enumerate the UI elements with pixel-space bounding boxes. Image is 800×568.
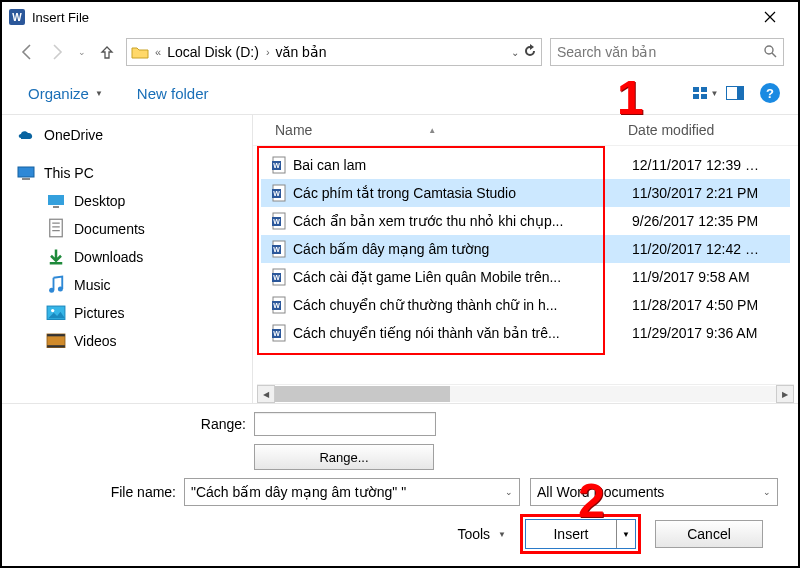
new-folder-button[interactable]: New folder (129, 81, 217, 106)
sidebar-item-label: Downloads (74, 249, 143, 265)
insert-label: Insert (526, 520, 616, 548)
crumb-label: Local Disk (D:) (167, 44, 259, 60)
close-button[interactable] (747, 3, 792, 31)
cancel-button[interactable]: Cancel (655, 520, 763, 548)
svg-text:W: W (12, 12, 22, 23)
filetype-select[interactable]: All Word Documents ⌄ (530, 478, 778, 506)
column-name-header[interactable]: Name ▲ (275, 122, 628, 138)
navigation-row: ⌄ « Local Disk (D:) › văn bản ⌄ (2, 32, 798, 72)
word-doc-icon: W (271, 184, 289, 202)
history-dropdown[interactable]: ⌄ (76, 47, 88, 57)
svg-rect-11 (48, 195, 64, 205)
svg-text:W: W (273, 218, 280, 225)
svg-point-17 (51, 309, 54, 312)
chevron-down-icon: ▼ (95, 89, 103, 98)
organize-button[interactable]: Organize ▼ (20, 81, 111, 106)
file-row[interactable]: WCách ẩn bản xem trước thu nhỏ khi chụp.… (261, 207, 790, 235)
up-button[interactable] (96, 41, 118, 63)
file-row[interactable]: WCách chuyển chữ thường thành chữ in h..… (261, 291, 790, 319)
videos-icon (46, 332, 66, 350)
range-button[interactable]: Range... (254, 444, 434, 470)
svg-text:W: W (273, 330, 280, 337)
svg-rect-9 (18, 167, 34, 177)
onedrive-icon (16, 126, 36, 144)
file-row[interactable]: WBai can lam12/11/2017 12:39 … (261, 151, 790, 179)
sidebar-item-thispc[interactable]: This PC (10, 159, 252, 187)
sidebar-item-label: Pictures (74, 305, 125, 321)
file-row[interactable]: WCách bấm dây mạng âm tường11/20/2017 12… (261, 235, 790, 263)
sidebar-item-desktop[interactable]: Desktop (10, 187, 252, 215)
documents-icon (46, 220, 66, 238)
file-name: Cách cài đặt game Liên quân Mobile trên.… (293, 269, 632, 285)
search-input[interactable]: Search văn bản (550, 38, 784, 66)
svg-rect-5 (693, 94, 699, 99)
filename-value: "Cách bấm dây mạng âm tường" " (191, 484, 406, 500)
svg-rect-8 (737, 87, 743, 99)
preview-pane-button[interactable] (720, 80, 750, 106)
column-date-header[interactable]: Date modified (628, 122, 798, 138)
sidebar-item-documents[interactable]: Documents (10, 215, 252, 243)
scroll-left-button[interactable]: ◀ (257, 385, 275, 403)
desktop-icon (46, 192, 66, 210)
view-options-button[interactable]: ▼ (690, 80, 720, 106)
cancel-label: Cancel (687, 526, 731, 542)
scrollbar-track[interactable] (275, 386, 776, 402)
address-bar[interactable]: « Local Disk (D:) › văn bản ⌄ (126, 38, 542, 66)
word-doc-icon: W (271, 324, 289, 342)
refresh-button[interactable] (523, 44, 537, 61)
help-button[interactable]: ? (760, 83, 780, 103)
file-list[interactable]: WBai can lam12/11/2017 12:39 …WCác phím … (253, 146, 798, 384)
svg-text:W: W (273, 302, 280, 309)
sidebar-item-music[interactable]: Music (10, 271, 252, 299)
forward-button[interactable] (46, 41, 68, 63)
address-dropdown[interactable]: ⌄ (511, 47, 519, 58)
svg-rect-19 (47, 334, 65, 336)
sidebar-item-label: Documents (74, 221, 145, 237)
crumb-separator-icon: « (155, 46, 161, 58)
annotation-box: Insert ▼ (520, 514, 641, 554)
new-folder-label: New folder (137, 85, 209, 102)
file-name: Cách chuyển chữ thường thành chữ in h... (293, 297, 632, 313)
sidebar-item-onedrive[interactable]: OneDrive (10, 121, 252, 149)
horizontal-scrollbar[interactable]: ◀ ▶ (257, 384, 794, 403)
back-button[interactable] (16, 41, 38, 63)
svg-text:W: W (273, 274, 280, 281)
svg-text:W: W (273, 246, 280, 253)
filename-label: File name: (18, 484, 184, 500)
sidebar-item-label: This PC (44, 165, 94, 181)
music-icon (46, 276, 66, 294)
scrollbar-thumb[interactable] (275, 386, 450, 402)
chevron-down-icon[interactable]: ▼ (498, 530, 506, 539)
range-input[interactable] (254, 412, 436, 436)
main-content: OneDrive This PC Desktop Documents Downl… (2, 115, 798, 404)
sidebar-item-videos[interactable]: Videos (10, 327, 252, 355)
filename-input[interactable]: "Cách bấm dây mạng âm tường" " ⌄ (184, 478, 520, 506)
sidebar-item-pictures[interactable]: Pictures (10, 299, 252, 327)
sidebar-item-label: Desktop (74, 193, 125, 209)
file-name: Các phím tắt trong Camtasia Studio (293, 185, 632, 201)
breadcrumb[interactable]: văn bản (276, 44, 327, 60)
sidebar-item-downloads[interactable]: Downloads (10, 243, 252, 271)
file-name: Cách chuyển tiếng nói thành văn bản trê.… (293, 325, 632, 341)
word-icon: W (8, 8, 26, 26)
sidebar-item-label: OneDrive (44, 127, 103, 143)
chevron-down-icon[interactable]: ⌄ (505, 487, 513, 497)
insert-dropdown[interactable]: ▼ (616, 520, 635, 548)
search-icon (763, 44, 777, 61)
tools-button[interactable]: Tools (457, 526, 490, 542)
crumb-label: văn bản (276, 44, 327, 60)
file-date: 11/29/2017 9:36 AM (632, 325, 790, 341)
svg-text:W: W (273, 162, 280, 169)
breadcrumb[interactable]: Local Disk (D:) › (167, 44, 269, 60)
file-row[interactable]: WCách cài đặt game Liên quân Mobile trên… (261, 263, 790, 291)
svg-rect-20 (47, 345, 65, 347)
file-date: 11/20/2017 12:42 … (632, 241, 790, 257)
scroll-right-button[interactable]: ▶ (776, 385, 794, 403)
file-row[interactable]: WCác phím tắt trong Camtasia Studio11/30… (261, 179, 790, 207)
insert-button[interactable]: Insert ▼ (525, 519, 636, 549)
search-placeholder: Search văn bản (557, 44, 656, 60)
chevron-down-icon[interactable]: ⌄ (763, 487, 771, 497)
word-doc-icon: W (271, 268, 289, 286)
file-row[interactable]: WCách chuyển tiếng nói thành văn bản trê… (261, 319, 790, 347)
toolbar: Organize ▼ New folder ▼ ? (2, 72, 798, 115)
